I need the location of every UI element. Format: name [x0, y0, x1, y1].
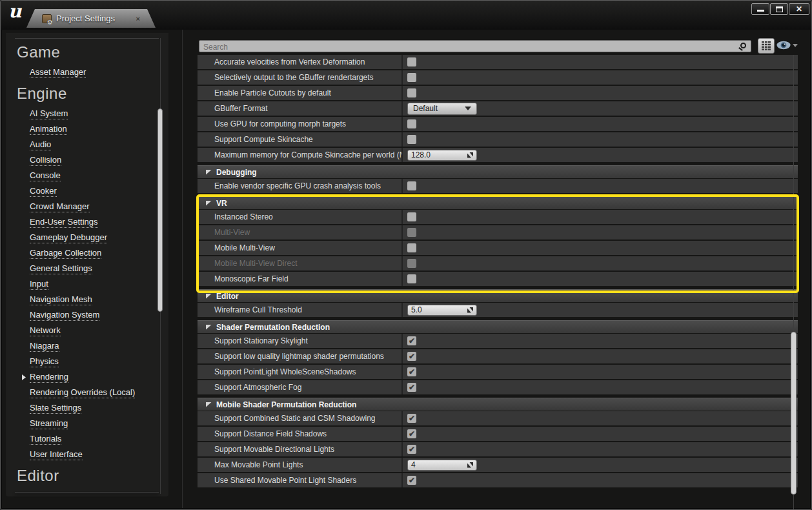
setting-value-cell: [403, 210, 798, 224]
minimize-icon: [757, 10, 764, 12]
table-row: Support Combined Static and CSM Shadowin…: [198, 411, 798, 425]
sidebar-item-input[interactable]: Input: [6, 276, 168, 292]
checkbox-checked[interactable]: ✔: [407, 476, 416, 485]
checkbox-unchecked[interactable]: [407, 212, 416, 221]
checkbox-checked[interactable]: ✔: [407, 336, 416, 345]
setting-label: Support Compute Skincache: [198, 132, 403, 147]
setting-value-cell: ✔: [403, 411, 798, 425]
sidebar-item-label: Cooker: [30, 186, 57, 197]
numeric-input[interactable]: 4: [407, 460, 477, 471]
tab-close-icon[interactable]: ×: [136, 15, 140, 23]
expanded-triangle-icon: [206, 201, 212, 206]
sidebar-section-title: Game: [6, 39, 168, 65]
sidebar-item-network[interactable]: Network: [6, 323, 168, 338]
table-row: Mobile Multi-View: [198, 241, 798, 255]
search-box: [199, 40, 751, 52]
setting-label: Accurate velocities from Vertex Deformat…: [198, 55, 403, 69]
table-row: Monoscopic Far Field: [198, 272, 798, 286]
main-scrollbar-thumb[interactable]: [791, 332, 797, 495]
numeric-input[interactable]: 128.0: [407, 150, 477, 161]
checkbox-checked[interactable]: ✔: [407, 414, 416, 423]
sidebar-item-physics[interactable]: Physics: [6, 354, 168, 369]
diagonal-drag-icon[interactable]: [467, 307, 473, 313]
chevron-down-icon: [465, 107, 471, 110]
sidebar-item-rendering[interactable]: Rendering: [6, 369, 168, 385]
sidebar-item-streaming[interactable]: Streaming: [6, 416, 168, 431]
sidebar-item-general-settings[interactable]: General Settings: [6, 261, 168, 276]
settings-panel: Accurate velocities from Vertex Deformat…: [198, 30, 798, 510]
close-button[interactable]: ✕: [789, 3, 809, 15]
visibility-filter-button[interactable]: [776, 39, 798, 51]
dropdown-select[interactable]: Default: [407, 103, 477, 115]
sidebar-item-audio[interactable]: Audio: [6, 137, 168, 152]
table-row: Support PointLight WholeSceneShadows✔: [198, 365, 798, 379]
checkbox-checked[interactable]: ✔: [407, 383, 416, 392]
sidebar-item-ai-system[interactable]: AI System: [6, 106, 168, 121]
checkbox-unchecked[interactable]: [407, 57, 416, 66]
setting-value-cell: 4: [403, 458, 798, 472]
checkbox-unchecked[interactable]: [407, 274, 416, 283]
maximize-button[interactable]: [770, 3, 788, 15]
section-header-shader-permutation-reduction[interactable]: Shader Permutation Reduction: [198, 320, 798, 333]
sidebar-item-crowd-manager[interactable]: Crowd Manager: [6, 199, 168, 214]
sidebar-item-rendering-overrides-local-[interactable]: Rendering Overrides (Local): [6, 385, 168, 400]
checkbox-unchecked[interactable]: [407, 119, 416, 128]
sidebar-item-asset-manager[interactable]: Asset Manager: [6, 65, 168, 80]
setting-value-cell: ✔: [403, 349, 798, 363]
sidebar-item-label: Animation: [30, 124, 67, 135]
numeric-input[interactable]: 5.0: [407, 305, 477, 316]
setting-value-cell: ✔: [403, 442, 798, 456]
search-input[interactable]: [199, 42, 751, 53]
setting-label: Wireframe Cull Threshold: [198, 303, 403, 317]
sidebar-item-label: Rendering Overrides (Local): [30, 387, 135, 398]
sidebar-item-garbage-collection[interactable]: Garbage Collection: [6, 245, 168, 261]
checkbox-checked[interactable]: ✔: [407, 445, 416, 454]
setting-value-cell: [403, 179, 798, 193]
sidebar-item-tutorials[interactable]: Tutorials: [6, 431, 168, 447]
section-header-debugging[interactable]: Debugging: [198, 165, 798, 178]
checkbox-checked[interactable]: ✔: [407, 352, 416, 361]
numeric-value: 5.0: [411, 305, 467, 314]
setting-label: Selectively output to the GBuffer render…: [198, 70, 403, 85]
setting-value-cell: [403, 272, 798, 286]
checkbox-unchecked[interactable]: [407, 73, 416, 82]
selected-arrow-icon: [22, 374, 26, 380]
checkbox-unchecked[interactable]: [407, 88, 416, 97]
expanded-triangle-icon: [206, 325, 212, 330]
sidebar-item-niagara[interactable]: Niagara: [6, 338, 168, 354]
sidebar-item-cooker[interactable]: Cooker: [6, 183, 168, 199]
setting-value-cell: Default: [403, 101, 798, 116]
sidebar-item-label: Physics: [30, 356, 59, 367]
sidebar-item-gameplay-debugger[interactable]: Gameplay Debugger: [6, 230, 168, 245]
tab-project-settings[interactable]: Project Settings ×: [26, 9, 156, 28]
setting-label: Monoscopic Far Field: [198, 272, 403, 286]
sidebar-item-slate-settings[interactable]: Slate Settings: [6, 400, 168, 416]
view-toggle-button[interactable]: [758, 38, 775, 54]
section-header-editor[interactable]: Editor: [198, 289, 798, 302]
sidebar-scrollbar-thumb[interactable]: [157, 108, 163, 312]
numeric-value: 128.0: [411, 150, 467, 159]
checkbox-unchecked[interactable]: [407, 243, 416, 252]
sidebar-item-end-user-settings[interactable]: End-User Settings: [6, 214, 168, 230]
title-bar: u Project Settings × ✕: [1, 1, 811, 30]
minimize-button[interactable]: [751, 3, 769, 15]
sidebar-item-label: AI System: [30, 108, 68, 119]
diagonal-drag-icon[interactable]: [467, 152, 473, 158]
sidebar-item-navigation-system[interactable]: Navigation System: [6, 307, 168, 323]
checkbox-checked[interactable]: ✔: [407, 367, 416, 376]
checkbox-checked[interactable]: ✔: [407, 429, 416, 438]
setting-label: Support Stationary Skylight: [198, 334, 403, 348]
sidebar-item-collision[interactable]: Collision: [6, 152, 168, 168]
checkbox-unchecked: [407, 259, 416, 268]
diagonal-drag-icon[interactable]: [467, 462, 473, 468]
expanded-triangle-icon: [206, 170, 212, 175]
sidebar-item-user-interface[interactable]: User Interface: [6, 447, 168, 462]
sidebar-item-label: Audio: [30, 139, 51, 150]
checkbox-unchecked[interactable]: [407, 181, 416, 190]
sidebar-item-animation[interactable]: Animation: [6, 121, 168, 137]
sidebar-item-console[interactable]: Console: [6, 168, 168, 183]
sidebar-item-navigation-mesh[interactable]: Navigation Mesh: [6, 292, 168, 307]
checkbox-unchecked[interactable]: [407, 135, 416, 144]
section-header-mobile-shader-permutation-reduction[interactable]: Mobile Shader Permutation Reduction: [198, 398, 798, 411]
section-header-vr[interactable]: VR: [198, 196, 798, 209]
